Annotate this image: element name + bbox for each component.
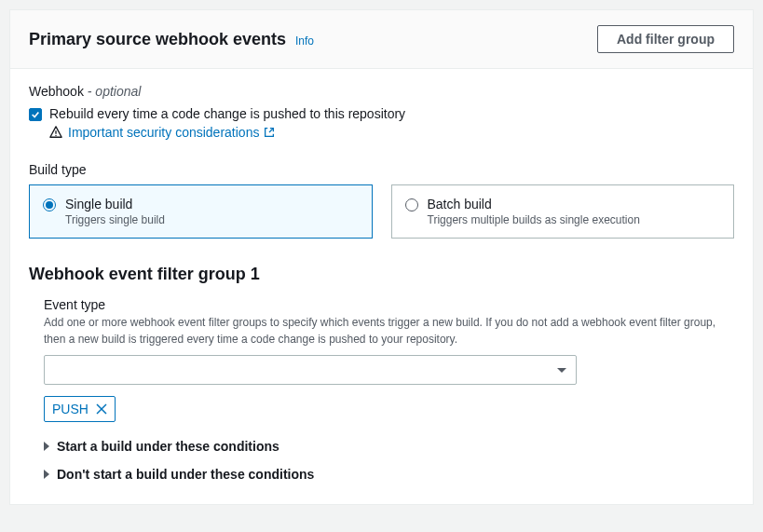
close-icon[interactable] — [96, 403, 107, 415]
svg-point-1 — [55, 135, 56, 136]
webhook-events-panel: Primary source webhook events Info Add f… — [9, 9, 754, 505]
radio-single-build[interactable] — [43, 198, 56, 211]
build-type-label: Build type — [29, 162, 734, 177]
panel-title-wrap: Primary source webhook events Info — [29, 30, 314, 49]
panel-title: Primary source webhook events — [29, 30, 286, 49]
event-type-tag-push: PUSH — [44, 396, 116, 422]
expand-start-conditions[interactable]: Start a build under these conditions — [44, 439, 734, 454]
chevron-down-icon — [557, 368, 566, 373]
panel-header: Primary source webhook events Info Add f… — [10, 10, 753, 69]
radio-desc: Triggers multiple builds as single execu… — [428, 213, 640, 226]
security-row: Important security considerations — [49, 125, 734, 140]
rebuild-checkbox[interactable] — [29, 108, 42, 121]
panel-body: Webhook - optional Rebuild every time a … — [10, 69, 753, 504]
rebuild-checkbox-label: Rebuild every time a code change is push… — [49, 106, 405, 121]
webhook-label: Webhook - optional — [29, 84, 734, 99]
radio-desc: Triggers single build — [65, 213, 165, 226]
info-link[interactable]: Info — [295, 34, 314, 48]
event-type-label: Event type — [44, 297, 734, 312]
external-link-icon — [263, 126, 276, 139]
triangle-right-icon — [44, 470, 49, 479]
triangle-right-icon — [44, 442, 49, 451]
radio-card-single-build[interactable]: Single build Triggers single build — [29, 184, 373, 239]
build-type-radio-group: Single build Triggers single build Batch… — [29, 184, 734, 239]
tag-label: PUSH — [52, 402, 89, 416]
expand-dont-start-conditions[interactable]: Don't start a build under these conditio… — [44, 467, 734, 482]
event-type-select[interactable] — [44, 355, 577, 385]
rebuild-checkbox-row[interactable]: Rebuild every time a code change is push… — [29, 106, 734, 121]
security-link[interactable]: Important security considerations — [68, 125, 276, 140]
filter-group-body: Event type Add one or more webhook event… — [29, 297, 734, 482]
check-icon — [31, 110, 40, 119]
radio-title: Single build — [65, 197, 165, 211]
expand-label: Don't start a build under these conditio… — [57, 467, 314, 482]
event-type-desc: Add one or more webhook event filter gro… — [44, 314, 734, 348]
expand-label: Start a build under these conditions — [57, 439, 279, 454]
add-filter-group-button[interactable]: Add filter group — [597, 25, 734, 53]
radio-batch-build[interactable] — [405, 198, 418, 211]
radio-card-batch-build[interactable]: Batch build Triggers multiple builds as … — [391, 184, 735, 239]
filter-group-heading: Webhook event filter group 1 — [29, 265, 734, 284]
radio-title: Batch build — [428, 197, 640, 211]
warning-icon — [49, 126, 62, 139]
